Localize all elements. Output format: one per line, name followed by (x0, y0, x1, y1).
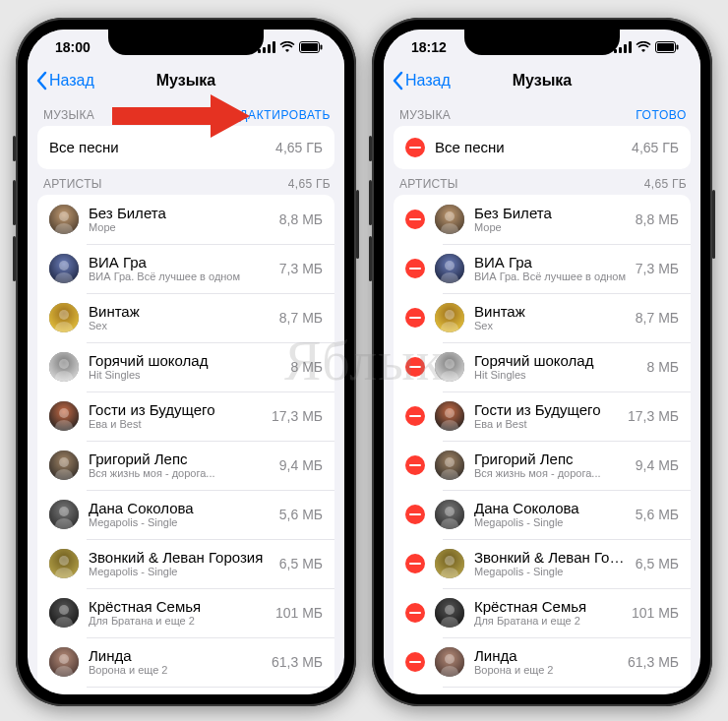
artist-avatar (435, 500, 464, 529)
all-songs-row[interactable]: Все песни 4,65 ГБ (394, 126, 691, 169)
done-button[interactable]: ГОТОВО (636, 108, 687, 122)
artist-size: 6,5 МБ (636, 556, 679, 571)
delete-icon[interactable] (405, 455, 425, 475)
all-songs-size: 4,65 ГБ (275, 140, 323, 155)
delete-icon[interactable] (405, 357, 425, 377)
artist-name: ВИА Гра (474, 254, 628, 270)
artist-row[interactable]: Дана Соколова Megapolis - Single 5,6 МБ (394, 490, 691, 539)
back-button[interactable]: Назад (35, 71, 94, 90)
artist-row[interactable]: Винтаж Sex 8,7 МБ (394, 293, 691, 342)
notch (108, 30, 264, 55)
artist-size: 5,6 МБ (636, 507, 679, 522)
delete-icon[interactable] (405, 210, 425, 229)
artist-avatar (49, 549, 79, 578)
svg-point-84 (445, 654, 455, 664)
artist-avatar (49, 401, 79, 431)
edit-button[interactable]: РЕДАКТИРОВАТЬ (222, 108, 331, 122)
artist-size: 8,7 МБ (279, 310, 323, 326)
svg-point-57 (445, 211, 455, 221)
artist-name: Дана Соколова (474, 500, 628, 516)
artist-name: Линда (474, 647, 620, 664)
artist-avatar (435, 549, 464, 578)
artist-row[interactable]: Гости из Будущего Ева и Best 17,3 МБ (37, 391, 334, 441)
svg-point-66 (445, 359, 455, 369)
section-label: МУЗЫКА (43, 108, 94, 122)
svg-point-11 (59, 261, 69, 270)
wifi-icon (636, 41, 651, 53)
artist-row[interactable]: Линда Ворона и еще 2 61,3 МБ (394, 637, 691, 687)
artist-avatar (49, 598, 79, 628)
artist-row[interactable]: ВИА Гра ВИА Гра. Всё лучшее в одном 7,3 … (37, 244, 334, 293)
delete-icon[interactable] (405, 554, 425, 573)
artist-sub: ВИА Гра. Всё лучшее в одном (474, 270, 628, 283)
section-label: АРТИСТЫ (43, 177, 102, 191)
artist-row[interactable]: Горячий шоколад Hit Singles 8 МБ (394, 342, 691, 391)
svg-point-14 (59, 310, 69, 320)
svg-rect-54 (657, 43, 674, 51)
artist-avatar (49, 303, 79, 332)
delete-icon[interactable] (405, 308, 425, 328)
svg-point-72 (445, 457, 455, 467)
artist-row[interactable]: Дана Соколова Megapolis - Single 5,6 МБ (37, 490, 334, 539)
svg-point-29 (59, 556, 69, 566)
delete-icon[interactable] (405, 603, 425, 623)
artist-size: 9,4 МБ (636, 457, 679, 473)
artist-row[interactable]: Винтаж Sex 8,7 МБ (37, 293, 334, 342)
svg-rect-51 (624, 44, 627, 53)
artist-sub: Ева и Best (474, 418, 620, 431)
artist-row[interactable]: Григорий Лепс Вся жизнь моя - дорога... … (394, 441, 691, 490)
artist-row[interactable]: Крёстная Семья Для Братана и еще 2 101 М… (37, 588, 334, 637)
all-songs-row[interactable]: Все песни 4,65 ГБ (37, 126, 334, 169)
artist-row[interactable]: Линда Ворона и еще 2 61,3 МБ (37, 637, 334, 687)
artist-sub: Вся жизнь моя - дорога... (89, 467, 272, 480)
delete-icon[interactable] (405, 138, 425, 157)
artist-name: Гости из Будущего (89, 401, 264, 418)
nav-header: Назад Музыка (384, 65, 700, 100)
svg-point-63 (445, 310, 455, 320)
artist-row[interactable]: Звонкий & Леван Гороз... Megapolis - Sin… (394, 539, 691, 588)
wifi-icon (279, 41, 295, 53)
artist-avatar (435, 647, 464, 677)
artist-row[interactable]: Без Билета Море 8,8 МБ (394, 195, 691, 244)
delete-icon[interactable] (405, 652, 425, 672)
artist-avatar (49, 500, 79, 529)
delete-icon[interactable] (405, 505, 425, 524)
artist-row[interactable]: Лудакрис Альбомов: 1 8,8 МБ (37, 687, 334, 694)
artist-sub: Ворона и еще 2 (89, 664, 264, 677)
svg-point-23 (59, 457, 69, 467)
artist-row[interactable]: Звонкий & Леван Горозия Megapolis - Sing… (37, 539, 334, 588)
svg-point-81 (445, 605, 455, 615)
artist-avatar (435, 254, 464, 283)
delete-icon[interactable] (405, 406, 425, 426)
artist-row[interactable]: Лудакрис Альбомов: 1 8,8 МБ (394, 687, 691, 694)
artist-avatar (435, 451, 464, 480)
all-songs-size: 4,65 ГБ (632, 140, 679, 155)
svg-rect-6 (321, 45, 323, 50)
artist-sub: Для Братана и еще 2 (89, 615, 268, 628)
section-header-music: МУЗЫКА ГОТОВО (384, 100, 700, 126)
artist-row[interactable]: Гости из Будущего Ева и Best 17,3 МБ (394, 391, 691, 441)
artist-name: Горячий шоколад (474, 352, 638, 369)
svg-rect-3 (273, 41, 275, 53)
artist-sub: Sex (474, 320, 628, 332)
artist-row[interactable]: Григорий Лепс Вся жизнь моя - дорога... … (37, 441, 334, 490)
artist-sub: Море (474, 221, 628, 234)
back-button[interactable]: Назад (392, 71, 451, 90)
artist-size: 101 МБ (275, 605, 323, 621)
artist-row[interactable]: Горячий шоколад Hit Singles 8 МБ (37, 342, 334, 391)
svg-point-35 (59, 654, 69, 664)
artist-name: Горячий шоколад (89, 352, 282, 369)
artist-size: 8,8 МБ (279, 211, 323, 227)
artist-sub: Для Братана и еще 2 (474, 615, 624, 628)
artist-name: Крёстная Семья (89, 598, 268, 615)
artist-name: Крёстная Семья (474, 598, 624, 615)
artist-row[interactable]: ВИА Гра ВИА Гра. Всё лучшее в одном 7,3 … (394, 244, 691, 293)
delete-icon[interactable] (405, 259, 425, 278)
battery-icon (299, 41, 323, 53)
artist-row[interactable]: Без Билета Море 8,8 МБ (37, 195, 334, 244)
artist-sub: Megapolis - Single (89, 566, 272, 578)
artist-name: Звонкий & Леван Горозия (89, 549, 272, 566)
artist-size: 9,4 МБ (279, 457, 323, 473)
artist-row[interactable]: Крёстная Семья Для Братана и еще 2 101 М… (394, 588, 691, 637)
svg-point-78 (445, 556, 455, 566)
